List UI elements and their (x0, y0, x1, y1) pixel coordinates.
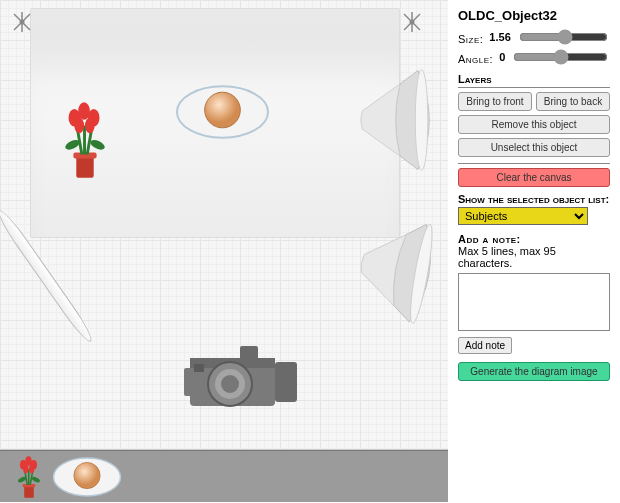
camera-icon (180, 340, 300, 415)
flower-icon (55, 95, 115, 185)
flower-icon (10, 453, 48, 501)
size-slider[interactable] (519, 29, 608, 45)
softbox-icon (355, 60, 445, 180)
note-heading: Add a note: (458, 233, 521, 245)
object-list-select[interactable]: Subjects (458, 207, 588, 225)
softbox-icon (345, 203, 454, 337)
unselect-object-button[interactable]: Unselect this object (458, 138, 610, 157)
subject-head[interactable] (175, 82, 270, 142)
size-value: 1.56 (489, 31, 510, 43)
lightstand-icon (10, 10, 34, 34)
diagram-canvas[interactable] (0, 0, 448, 450)
properties-panel: OLDC_Object32 Size: 1.56 Angle: 0 Layers… (448, 0, 620, 503)
size-label: Size: (458, 33, 483, 45)
angle-value: 0 (499, 51, 505, 63)
bring-to-front-button[interactable]: Bring to front (458, 92, 532, 111)
flower-pot[interactable] (55, 95, 115, 185)
softbox-lower[interactable] (345, 203, 454, 337)
generate-image-button[interactable]: Generate the diagram image (458, 362, 610, 381)
note-hint: Max 5 lines, max 95 characters. (458, 245, 556, 269)
add-note-button[interactable]: Add note (458, 337, 512, 354)
clear-canvas-button[interactable]: Clear the canvas (458, 168, 610, 187)
remove-object-button[interactable]: Remove this object (458, 115, 610, 134)
light-stand-left[interactable] (10, 10, 34, 34)
lightstand-icon (400, 10, 424, 34)
softbox-upper[interactable] (355, 60, 445, 180)
object-tray[interactable] (0, 450, 448, 502)
tray-subject[interactable] (52, 455, 122, 499)
subject-icon (175, 82, 270, 142)
note-textarea[interactable] (458, 273, 610, 331)
light-stand-right[interactable] (400, 10, 424, 34)
camera[interactable] (180, 340, 300, 415)
subject-icon (52, 455, 122, 499)
object-list-heading: Show the selected object list: (458, 193, 610, 207)
angle-slider[interactable] (513, 49, 608, 65)
object-name: OLDC_Object32 (458, 8, 610, 23)
angle-label: Angle: (458, 53, 493, 65)
bring-to-back-button[interactable]: Bring to back (536, 92, 610, 111)
layers-heading: Layers (458, 73, 610, 88)
tray-flower[interactable] (10, 453, 48, 501)
